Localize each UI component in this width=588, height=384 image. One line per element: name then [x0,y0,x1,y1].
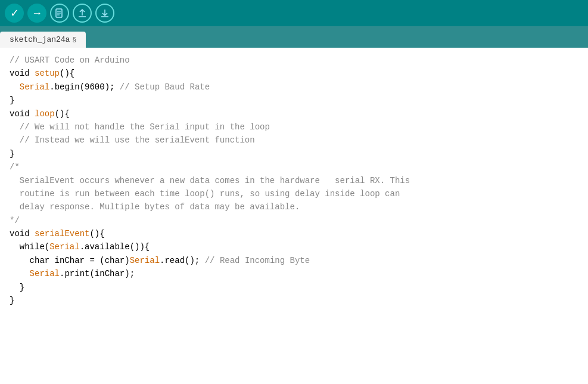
code-line: } [10,94,578,107]
code-line: } [10,281,578,294]
tab-bar: sketch_jan24a § [0,26,588,48]
tab-label: sketch_jan24a [10,35,70,44]
code-line: while(Serial.available()){ [10,240,578,253]
code-line: char inChar = (char)Serial.read(); // Re… [10,254,578,267]
code-line: SerialEvent occurs whenever a new data c… [10,174,578,187]
verify-button[interactable]: ✓ [5,4,24,23]
code-line: /* [10,160,578,174]
save-button[interactable] [95,4,114,23]
code-line: // USART Code on Arduino [10,54,578,67]
code-line: void setup(){ [10,67,578,80]
tab-sketch[interactable]: sketch_jan24a § [0,32,86,48]
code-line: } [10,147,578,160]
code-line: // We will not handle the Serial input i… [10,120,578,134]
toolbar: ✓ → [0,0,588,26]
tab-icon: § [72,36,76,44]
code-line: Serial.print(inChar); [10,267,578,280]
code-editor[interactable]: // USART Code on Arduinovoid setup(){ Se… [0,48,588,384]
code-line: */ [10,214,578,227]
code-line: void loop(){ [10,107,578,120]
open-button[interactable] [73,4,92,23]
upload-button[interactable]: → [27,4,46,23]
code-line: } [10,294,578,307]
new-button[interactable] [50,4,69,23]
code-line: routine is run between each time loop() … [10,187,578,200]
code-line: void serialEvent(){ [10,227,578,240]
code-line: Serial.begin(9600); // Setup Baud Rate [10,80,578,94]
code-line: // Instead we will use the serialEvent f… [10,134,578,147]
code-line: delay response. Multiple bytes of data m… [10,200,578,213]
